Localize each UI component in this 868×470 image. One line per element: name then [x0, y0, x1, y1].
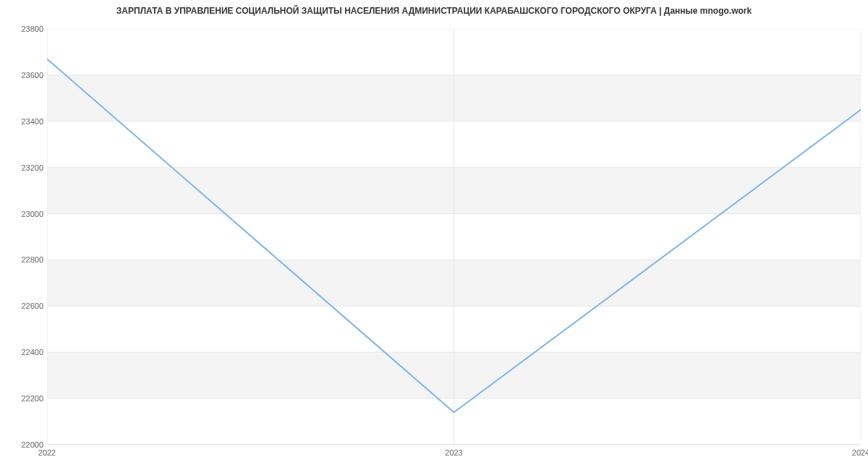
y-tick-label: 23600 — [4, 71, 43, 80]
plot-svg — [47, 29, 861, 445]
y-tick-label: 23800 — [4, 25, 43, 33]
y-tick-label: 22800 — [4, 255, 43, 264]
y-tick-label: 23000 — [4, 210, 43, 218]
y-tick-label: 23200 — [4, 163, 43, 172]
chart-title: ЗАРПЛАТА В УПРАВЛЕНИЕ СОЦИАЛЬНОЙ ЗАЩИТЫ … — [0, 6, 868, 16]
chart-container: ЗАРПЛАТА В УПРАВЛЕНИЕ СОЦИАЛЬНОЙ ЗАЩИТЫ … — [0, 0, 868, 470]
plot-area — [47, 29, 861, 445]
x-tick-label: 2023 — [445, 448, 462, 457]
y-tick-label: 22200 — [4, 394, 43, 403]
y-tick-label: 22600 — [4, 302, 43, 310]
y-tick-label: 22400 — [4, 348, 43, 356]
x-tick-label: 2022 — [38, 448, 56, 457]
y-tick-label: 22000 — [4, 440, 43, 449]
y-tick-label: 23400 — [4, 117, 43, 126]
x-tick-label: 2024 — [852, 448, 868, 457]
